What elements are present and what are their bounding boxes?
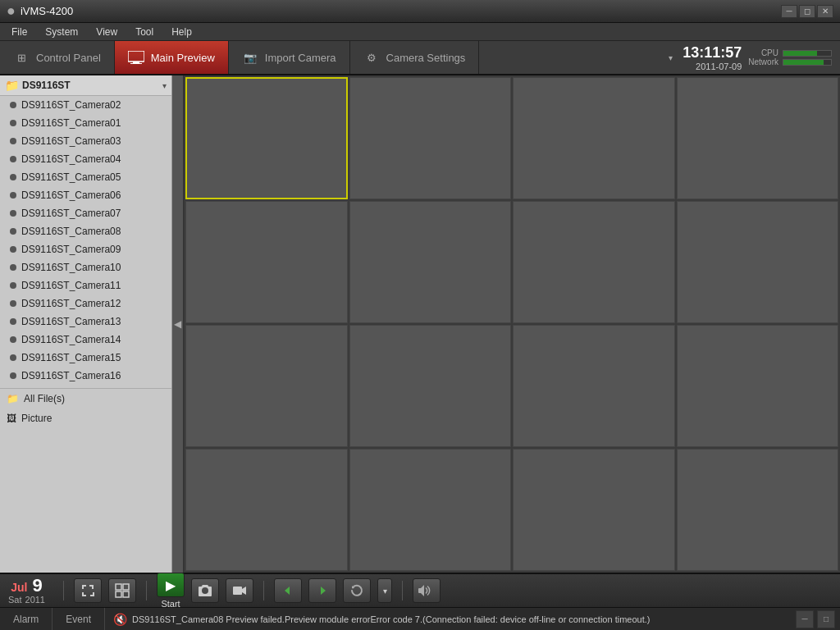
camera-grid — [184, 75, 840, 573]
tab-dropdown-arrow[interactable]: ▾ — [665, 53, 676, 62]
collapse-sidebar-button[interactable]: ◀ — [172, 75, 184, 573]
sidebar-camera-9[interactable]: DS9116ST_Camera09 — [0, 240, 171, 258]
tab-import-camera-label: Import Camera — [265, 52, 336, 64]
alarm-tab[interactable]: Alarm — [0, 608, 52, 630]
camera-cell-8[interactable] — [677, 201, 839, 323]
cam-dot — [10, 156, 16, 162]
sidebar-dropdown-arrow[interactable]: ▾ — [162, 81, 167, 90]
sidebar-camera-14[interactable]: DS9116ST_Camera14 — [0, 331, 171, 349]
sidebar-camera-6[interactable]: DS9116ST_Camera06 — [0, 186, 171, 204]
menu-file[interactable]: File — [3, 25, 35, 39]
cam-dot — [10, 138, 16, 144]
menu-tool[interactable]: Tool — [127, 25, 162, 39]
sidebar-camera-4[interactable]: DS9116ST_Camera04 — [0, 150, 171, 168]
sidebar-camera-8[interactable]: DS9116ST_Camera08 — [0, 222, 171, 240]
svg-rect-2 — [130, 63, 142, 64]
sidebar-camera-12[interactable]: DS9116ST_Camera12 — [0, 294, 171, 313]
cam-dot — [10, 300, 16, 307]
cpu-bar — [783, 50, 832, 57]
prev-button[interactable] — [274, 578, 302, 603]
sidebar-camera-11[interactable]: DS9116ST_Camera11 — [0, 276, 171, 294]
sidebar-camera-2[interactable]: DS9116ST_Camera01 — [0, 114, 171, 132]
cam-label: DS9116ST_Camera07 — [21, 208, 121, 219]
separator-2 — [146, 581, 147, 600]
camera-list: DS9116ST_Camera02DS9116ST_Camera01DS9116… — [0, 96, 171, 385]
sidebar-camera-13[interactable]: DS9116ST_Camera13 — [0, 313, 171, 331]
camera-cell-13[interactable] — [185, 449, 348, 571]
picture-label: Picture — [21, 413, 52, 424]
separator-3 — [263, 581, 264, 600]
tab-control-panel[interactable]: ⊞ Control Panel — [0, 41, 115, 74]
next-button[interactable] — [308, 578, 336, 603]
status-message-text: DS9116ST_Camera08 Preview failed.Preview… — [132, 614, 650, 624]
restore-button[interactable]: ◻ — [799, 5, 815, 18]
camera-cell-1[interactable] — [185, 77, 348, 199]
close-button[interactable]: ✕ — [817, 5, 833, 18]
camera-cell-6[interactable] — [349, 201, 512, 323]
tab-camera-settings-label: Camera Settings — [386, 52, 466, 64]
play-wrap: ▶ Start — [157, 573, 185, 609]
network-label: Network — [748, 57, 778, 66]
cam-dot — [10, 336, 16, 343]
sidebar-camera-7[interactable]: DS9116ST_Camera07 — [0, 204, 171, 222]
volume-button[interactable] — [413, 578, 441, 603]
picture-icon: 🖼 — [7, 413, 16, 424]
minimize-button[interactable]: ─ — [781, 5, 797, 18]
status-icons-right: ─ □ — [796, 610, 840, 628]
camera-settings-icon: ⚙ — [363, 49, 380, 66]
svg-rect-5 — [116, 591, 121, 597]
folder-icon: 📁 — [5, 79, 19, 92]
record-button[interactable] — [226, 578, 253, 603]
tab-bar: ⊞ Control Panel Main Preview 📷 Import Ca… — [0, 41, 840, 75]
clock-area: 13:11:57 2011-07-09 — [682, 44, 742, 71]
camera-cell-10[interactable] — [349, 325, 512, 447]
sidebar-camera-3[interactable]: DS9116ST_Camera03 — [0, 132, 171, 150]
split-view-button[interactable] — [108, 578, 136, 603]
cam-dot — [10, 102, 16, 108]
tab-right-area: ▾ 13:11:57 2011-07-09 CPU Network — [657, 41, 840, 74]
sidebar-camera-16[interactable]: DS9116ST_Camera16 — [0, 367, 171, 385]
refresh-dropdown-button[interactable]: ▾ — [377, 578, 392, 603]
camera-cell-5[interactable] — [185, 201, 348, 323]
tab-camera-settings[interactable]: ⚙ Camera Settings — [350, 41, 480, 74]
snapshot-button[interactable] — [191, 578, 219, 603]
status-expand-button[interactable]: □ — [817, 610, 835, 628]
fullscreen-button[interactable] — [74, 578, 102, 603]
camera-cell-16[interactable] — [677, 449, 839, 571]
menu-help[interactable]: Help — [163, 25, 200, 39]
start-label: Start — [161, 599, 180, 609]
cam-dot — [10, 246, 16, 253]
tab-main-preview[interactable]: Main Preview — [115, 41, 229, 74]
camera-cell-11[interactable] — [513, 325, 675, 447]
camera-cell-4[interactable] — [677, 77, 839, 199]
import-camera-icon: 📷 — [242, 49, 258, 66]
menu-system[interactable]: System — [37, 25, 86, 39]
camera-cell-9[interactable] — [185, 325, 348, 447]
sidebar-camera-10[interactable]: DS9116ST_Camera10 — [0, 258, 171, 276]
camera-cell-14[interactable] — [349, 449, 512, 571]
menu-view[interactable]: View — [88, 25, 126, 39]
camera-cell-15[interactable] — [513, 449, 675, 571]
camera-cell-2[interactable] — [349, 77, 512, 199]
sidebar-camera-5[interactable]: DS9116ST_Camera05 — [0, 168, 171, 186]
cam-label: DS9116ST_Camera10 — [21, 262, 121, 273]
date-month: Jul — [11, 581, 27, 594]
refresh-button[interactable] — [343, 578, 371, 603]
cam-dot — [10, 120, 16, 126]
status-minimize-button[interactable]: ─ — [796, 610, 814, 628]
cam-dot — [10, 372, 16, 379]
all-files-item[interactable]: 📁 All File(s) — [0, 389, 171, 409]
play-button[interactable]: ▶ — [157, 573, 185, 597]
picture-item[interactable]: 🖼 Picture — [0, 409, 171, 428]
svg-rect-0 — [128, 51, 144, 62]
camera-cell-12[interactable] — [677, 325, 839, 447]
sidebar-camera-1[interactable]: DS9116ST_Camera02 — [0, 96, 171, 114]
mute-icon: 🔇 — [113, 613, 127, 626]
sidebar-camera-15[interactable]: DS9116ST_Camera15 — [0, 349, 171, 367]
camera-cell-3[interactable] — [513, 77, 675, 199]
camera-cell-7[interactable] — [513, 201, 675, 323]
cam-dot — [10, 192, 16, 199]
tab-import-camera[interactable]: 📷 Import Camera — [229, 41, 350, 74]
event-tab[interactable]: Event — [52, 608, 105, 630]
svg-rect-1 — [133, 62, 139, 63]
